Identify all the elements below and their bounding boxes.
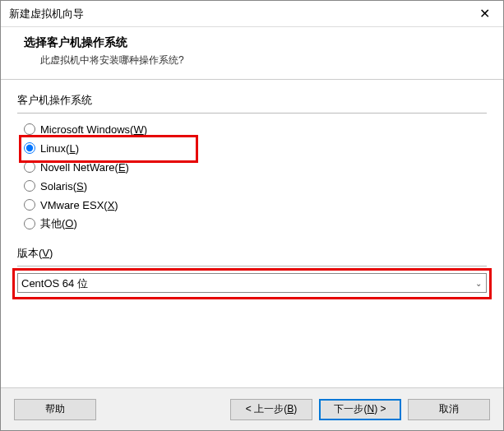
radio-label-other[interactable]: 其他(O) (40, 216, 77, 231)
os-radio-group: Microsoft Windows(W) Linux(L) Novell Net… (17, 120, 487, 233)
os-group-label: 客户机操作系统 (17, 93, 487, 108)
close-button[interactable]: ✕ (466, 1, 503, 27)
radio-label-solaris[interactable]: Solaris(S) (40, 180, 87, 192)
radio-label-vmware-esx[interactable]: VMware ESX(X) (40, 199, 118, 211)
wizard-footer: 帮助 < 上一步(B) 下一步(N) > 取消 (1, 387, 503, 430)
version-select-wrapper: CentOS 64 位 ⌄ (17, 273, 487, 293)
page-subtitle: 此虚拟机中将安装哪种操作系统? (40, 53, 487, 67)
help-button[interactable]: 帮助 (14, 399, 96, 420)
os-option-other[interactable]: 其他(O) (24, 215, 487, 233)
version-section: 版本(V) CentOS 64 位 ⌄ (17, 246, 487, 293)
close-icon: ✕ (479, 6, 490, 21)
radio-label-windows[interactable]: Microsoft Windows(W) (40, 123, 147, 136)
back-button[interactable]: < 上一步(B) (230, 399, 312, 420)
radio-vmware-esx[interactable] (24, 199, 35, 211)
os-group-separator (17, 113, 487, 114)
wizard-window: 新建虚拟机向导 ✕ 选择客户机操作系统 此虚拟机中将安装哪种操作系统? 客户机操… (0, 0, 504, 431)
radio-solaris[interactable] (24, 180, 35, 192)
wizard-header: 选择客户机操作系统 此虚拟机中将安装哪种操作系统? (1, 27, 503, 80)
version-label: 版本(V) (17, 246, 487, 261)
radio-label-linux[interactable]: Linux(L) (40, 142, 79, 155)
cancel-button[interactable]: 取消 (408, 399, 490, 420)
window-title: 新建虚拟机向导 (9, 7, 84, 21)
next-button[interactable]: 下一步(N) > (319, 399, 401, 420)
os-option-novell[interactable]: Novell NetWare(E) (24, 158, 487, 176)
radio-other[interactable] (24, 218, 35, 229)
radio-novell[interactable] (24, 161, 35, 173)
radio-windows[interactable] (24, 123, 35, 135)
os-option-windows[interactable]: Microsoft Windows(W) (24, 120, 487, 138)
os-option-linux[interactable]: Linux(L) (24, 139, 487, 157)
titlebar: 新建虚拟机向导 ✕ (1, 1, 503, 27)
radio-linux[interactable] (24, 142, 35, 154)
version-select[interactable]: CentOS 64 位 (17, 273, 487, 293)
os-option-vmware-esx[interactable]: VMware ESX(X) (24, 196, 487, 214)
radio-label-novell[interactable]: Novell NetWare(E) (40, 161, 129, 174)
page-title: 选择客户机操作系统 (24, 35, 487, 50)
version-separator (17, 266, 487, 266)
os-option-solaris[interactable]: Solaris(S) (24, 177, 487, 195)
wizard-content: 客户机操作系统 Microsoft Windows(W) Linux(L) No… (1, 80, 503, 301)
